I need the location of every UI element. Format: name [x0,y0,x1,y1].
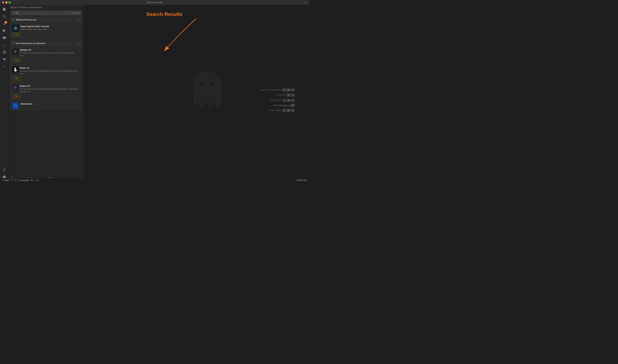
shortcut-show-commands-keys: ⇧ ⌘ P [282,88,295,91]
annotation-arrow [164,17,204,52]
search-results-annotation: Search Results [146,12,182,17]
notification-badge: 2 [5,21,7,24]
sidebar-item-search[interactable] [1,13,8,20]
mui-logo [12,103,19,109]
ghost-logo [181,64,234,118]
diamond-icon: ◇ [3,44,5,47]
branch-name: main* [4,179,10,181]
svg-point-6 [14,68,16,69]
go-live-label: Go Live [299,179,306,182]
search-container: 50 results [11,11,81,15]
git-icon: ⎇ [1,179,4,181]
resource-card-radix: Radix UI An open source component librar… [10,64,82,82]
svg-point-10 [15,87,15,88]
shortcut-go-to-file-label: Go to File [276,94,285,96]
section-official-header[interactable]: Official Resources ∧ [10,17,82,23]
svg-rect-7 [14,69,15,71]
sidebar-item-extensions[interactable] [1,28,8,34]
sidebar-item-explorer[interactable] [1,6,8,13]
traffic-lights [2,1,11,4]
section-ui-frameworks: UI Frameworks & Libraries ∧ [10,40,82,111]
svg-point-11 [14,87,14,87]
section-ui-icon [12,42,14,45]
monitor-icon [3,36,6,40]
annotation-text: Search Results [146,12,182,17]
svg-point-17 [200,81,205,86]
svg-point-13 [15,86,15,86]
sidebar-item-diamond[interactable]: ◇ [1,42,8,49]
resource-radix-visit-btn[interactable]: Visit [12,76,21,80]
warnings-count: 0 [38,179,39,181]
shadcn-logo [12,49,18,54]
shortcut-go-to-file: Go to File ⌘ P [261,94,295,97]
section-ui-frameworks-chevron: ∧ [79,42,80,44]
extensions-icon [3,29,6,33]
search-icon [3,15,6,19]
section-official: Official Resources ∧ [10,17,82,39]
resource-react-desc: Official React quick start guide [21,28,80,31]
svg-line-4 [15,52,16,53]
statusbar: ⎇ main* ⟳ ↺ ⊙ Launchpad ⊘ 0 △ 0 ⊡ Go Liv… [0,178,309,182]
sidebar: REACT TOOLKIT: RESOURCES 50 results Offi… [9,5,84,182]
shortcut-find-in-files: Find in Files ⇧ ⌘ F [261,109,295,112]
launchpad-icon: ⊙ [17,179,19,181]
resource-shadcn-name: Shadcn UI [20,49,80,51]
error-icon: ⊘ [31,179,32,181]
sidebar-item-wave[interactable]: 〜 [1,64,8,70]
warning-icon: △ [35,179,37,181]
search-input[interactable] [15,12,70,14]
launchpad-label: Launchpad [19,179,29,181]
shortcut-open-chat-label: Open Chat [271,99,281,102]
section-ui-frameworks-header[interactable]: UI Frameworks & Libraries ∧ [10,40,82,46]
broadcast-icon: ⊡ [305,1,307,4]
sync-item2[interactable]: ↺ [14,179,15,181]
shortcut-find-in-files-label: Find in Files [269,109,281,112]
sidebar-content: Official Resources ∧ [9,17,83,176]
shortcut-show-commands: Show All Commands ⇧ ⌘ P [261,88,295,91]
shortcut-find-in-files-keys: ⇧ ⌘ F [282,109,295,112]
shortcut-start-debugging-label: Start Debugging [273,104,289,107]
shortcut-open-chat: Open Chat ^ ⌘ I [261,99,295,102]
sync-icon2: ↺ [14,179,15,181]
resource-card-shadcn: Shadcn UI A modern UI framework for buil… [10,46,82,64]
git-branch-item[interactable]: ⎇ main* [1,179,10,181]
go-live-button[interactable]: ⊡ Go Live [296,178,308,182]
sync-item[interactable]: ⟳ [11,179,13,181]
sync-icon: ⟳ [11,179,13,181]
eldora-logo [12,85,18,90]
main-area: Search Results [84,5,309,182]
resource-react-visit-btn[interactable]: Visit [12,33,21,37]
sidebar-header: REACT TOOLKIT: RESOURCES [9,5,83,10]
section-official-icon [12,18,14,21]
svg-point-18 [210,81,215,86]
window-title: personal-website [146,1,163,4]
activity-bar: 2 ◇ 〜 [0,5,9,182]
resource-eldora-name: Eldora UI [20,85,80,87]
shortcuts-area: Show All Commands ⇧ ⌘ P Go to File ⌘ P O… [261,88,295,114]
shortcut-go-to-file-keys: ⌘ P [287,94,295,97]
resource-radix-name: Radix UI [20,67,80,69]
react-logo [12,25,19,31]
sidebar-item-package[interactable] [1,56,8,63]
sidebar-item-globe[interactable] [1,49,8,56]
search-icon [12,12,14,14]
sidebar-item-source[interactable] [1,167,8,173]
launchpad-item[interactable]: ⊙ Launchpad [17,179,29,181]
sidebar-item-badge[interactable]: 2 [1,21,8,27]
resource-eldora-visit-btn[interactable]: Visit [12,94,21,98]
source-control-icon [3,168,6,172]
errors-item[interactable]: ⊘ 0 △ 0 [31,179,39,181]
shortcut-show-commands-label: Show All Commands [261,89,281,91]
minimize-button[interactable] [5,1,8,4]
resource-shadcn-desc: A modern UI framework for building respo… [20,52,80,57]
section-ui-frameworks-title: UI Frameworks & Libraries [16,42,45,45]
resource-card-react: React Quick Start Tutorial Official Reac… [10,23,82,39]
sidebar-item-monitor[interactable] [1,35,8,41]
resource-card-eldora: Eldora UI An open-source animated compon… [10,82,82,100]
close-button[interactable] [2,1,4,4]
resource-card-mui: Material UI [10,100,82,110]
resource-shadcn-visit-btn[interactable]: Visit [12,58,21,62]
files-icon [3,8,6,12]
maximize-button[interactable] [9,1,11,4]
wave-icon: 〜 [3,65,6,69]
